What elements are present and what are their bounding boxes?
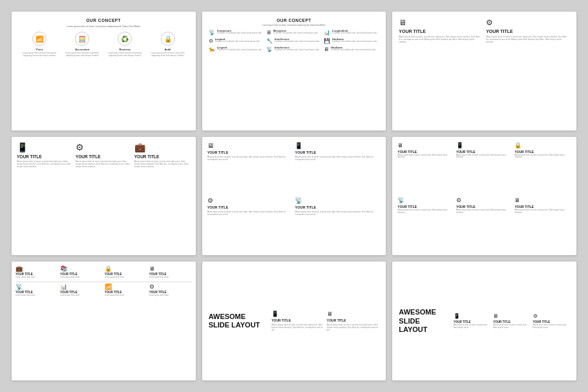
wifi-icon: 📶 bbox=[105, 284, 147, 290]
list-item: 🔒 YOUR TITLE Lorem ipsum dolor amet bbox=[105, 265, 147, 279]
cell-text: Mauris ipsum dolor sit amet, et porta iu… bbox=[207, 156, 293, 161]
cell-3: 🔒 YOUR TITLE Mauris ipsum dolor sit amet… bbox=[514, 142, 571, 195]
monitor-icon: 🖥 bbox=[149, 265, 192, 272]
list-item: 📡 ComposureCondimer vel molestie odio, l… bbox=[209, 29, 264, 36]
block-text: Mauris ipsum dolor sit amet, et porta iu… bbox=[17, 160, 73, 169]
icon-text: Lorem ipsum dolor sit amet consectetur a… bbox=[65, 52, 100, 57]
cell-text: Mauris ipsum dolor sit amet, et porta iu… bbox=[295, 156, 381, 161]
cell-2: 📱 YOUR TITLE Mauris ipsum dolor sit amet… bbox=[456, 142, 513, 195]
monitor-icon: 🖥 bbox=[399, 18, 483, 27]
cell-5: ⚙ YOUR TITLE Mauris ipsum dolor sit amet… bbox=[456, 197, 513, 250]
briefcase-icon: 💼 bbox=[16, 265, 58, 272]
row-1: 💼 YOUR TITLE Lorem ipsum dolor amet 📚 YO… bbox=[16, 265, 192, 279]
cell-text: Mauris ipsum dolor sit amet, et porta iu… bbox=[533, 324, 570, 329]
chart-icon: 📊 bbox=[60, 284, 103, 290]
list-item: ♻️ Business Lorem ipsum dolor sit amet c… bbox=[108, 32, 142, 57]
list-item: ⚙ YOUR TITLE Mauris ipsum dolor sit amet… bbox=[533, 313, 570, 329]
lock-icon: 🔒 bbox=[105, 265, 147, 272]
list-item: 🐆 LeopardCondimer vel molestie odio, lor… bbox=[209, 46, 264, 52]
phone-icon: 📱 bbox=[454, 313, 490, 319]
save-icon: 💾 bbox=[324, 38, 330, 44]
monitor2-icon: 🖥 bbox=[324, 46, 329, 52]
list-item: 🖥 YOUR TITLE Mauris ipsum dolor sit amet… bbox=[327, 311, 380, 332]
icon-label: Business bbox=[108, 48, 142, 51]
slide-1: OUR CONCEPT Lorem ipsum dolor sit amet, … bbox=[12, 12, 196, 130]
list-item: 🖥 HardwareCondimer vel molestie odio, lo… bbox=[324, 46, 379, 52]
cell-text: Mauris ipsum dolor sit amet, et porta iu… bbox=[514, 154, 571, 159]
slide-1-icons: 📶 Point Lorem ipsum dolor sit amet conse… bbox=[18, 32, 189, 57]
list-item: 💾 HardwareCondimer vel molestie odio, lo… bbox=[324, 37, 379, 44]
list-item: ⚙ YOUR TITLE Lorem ipsum dolor amet bbox=[149, 284, 192, 297]
icon-text: Lorem ipsum dolor sit amet consectetur a… bbox=[151, 52, 185, 57]
cell-text: Mauris ipsum dolor sit amet, et porta iu… bbox=[456, 209, 513, 214]
list-item: 📊 YOUR TITLE Lorem ipsum dolor amet bbox=[60, 284, 103, 297]
cell-title: YOUR TITLE bbox=[207, 150, 293, 154]
cell-text: Mauris ipsum dolor sit amet, et porta iu… bbox=[271, 324, 324, 332]
wrench-icon: 🔧 bbox=[266, 38, 273, 44]
block-title: YOUR TITLE bbox=[17, 154, 73, 159]
cell-text: Mauris ipsum dolor sit amet, et porta iu… bbox=[397, 154, 454, 159]
cell-text: Mauris ipsum dolor sit amet, et porta iu… bbox=[397, 209, 454, 214]
gear-icon: ⚙ bbox=[533, 313, 570, 319]
list-item: ⚙ LeopardCondimer vel molestie odio, lor… bbox=[209, 37, 264, 44]
gear-icon: ⚙ bbox=[486, 18, 570, 27]
icon-text: Lorem ipsum dolor sit amet consectetur a… bbox=[23, 52, 57, 57]
divider bbox=[16, 282, 192, 282]
title-block-2: ⚙ YOUR TITLE Mauris ipsum dolor sit amet… bbox=[486, 18, 570, 124]
chart-icon: 📊 bbox=[324, 30, 330, 36]
cell-text: Mauris ipsum dolor sit amet, et porta iu… bbox=[514, 209, 571, 214]
awesome-title: AWESOME SLIDE LAYOUT bbox=[209, 313, 269, 329]
slide-2: OUR CONCEPT Lorem ipsum dolor sit amet, … bbox=[202, 12, 386, 130]
phone-icon: 📱 bbox=[456, 142, 513, 149]
cell-text: Mauris ipsum dolor sit amet, et porta iu… bbox=[207, 211, 293, 216]
leopard-icon: 🐆 bbox=[209, 46, 215, 52]
gear-icon: ⚙ bbox=[209, 38, 213, 44]
list-item: 🔧 InterferenceCondimer vel molestie odio… bbox=[266, 37, 322, 44]
block-title: YOUR TITLE bbox=[134, 154, 191, 159]
icon-label: Accountant bbox=[65, 48, 100, 51]
slide-2-subtitle: Lorem ipsum dolor sit amet, consectetur … bbox=[209, 24, 380, 26]
satellite-icon: 📡 bbox=[209, 30, 215, 36]
icon-text: Lorem ipsum dolor sit amet consectetur a… bbox=[108, 52, 142, 57]
block-text: Mauris ipsum dolor sit amet, et porta iu… bbox=[134, 160, 191, 169]
list-item: 🧮 Accountant Lorem ipsum dolor sit amet … bbox=[65, 32, 100, 57]
cell-text: Mauris ipsum dolor sit amet, et porta iu… bbox=[327, 324, 380, 332]
list-item: 📡 InterferenceCondimer vel molestie odio… bbox=[266, 46, 322, 52]
col-block-2: ⚙ YOUR TITLE Mauris ipsum dolor sit amet… bbox=[76, 142, 132, 251]
cell-1: 🖥 YOUR TITLE Mauris ipsum dolor sit amet… bbox=[397, 142, 454, 195]
block-title: YOUR TITLE bbox=[486, 29, 570, 34]
lock-icon: 🔒 bbox=[514, 142, 571, 149]
list-item: 🖥 MenupriseCondimer vel molestie odio, l… bbox=[266, 29, 322, 36]
block-text: Mauris ipsum dolor sit amet, et porta iu… bbox=[399, 36, 483, 44]
cell-title: YOUR TITLE bbox=[397, 150, 454, 154]
icon-label: Point bbox=[23, 48, 57, 51]
list-item: 🖥 YOUR TITLE Mauris ipsum dolor sit amet… bbox=[493, 313, 530, 329]
cell-3: ⚙ YOUR TITLE Mauris ipsum dolor sit amet… bbox=[207, 197, 293, 250]
monitor-icon: 🖥 bbox=[397, 142, 454, 149]
icon-label: Audit bbox=[151, 48, 185, 51]
cell-text: Mauris ipsum dolor sit amet, et porta iu… bbox=[295, 211, 381, 216]
block-text: Mauris ipsum dolor sit amet, et porta iu… bbox=[486, 36, 570, 44]
cell-title: YOUR TITLE bbox=[514, 150, 571, 154]
slide-9: AWESOME SLIDE LAYOUT 📱 YOUR TITLE Mauris… bbox=[392, 262, 576, 380]
list-item: 💼 YOUR TITLE Lorem ipsum dolor amet bbox=[16, 265, 58, 279]
block-text: Mauris ipsum dolor sit amet, et porta iu… bbox=[76, 160, 132, 169]
cell-2: 📱 YOUR TITLE Mauris ipsum dolor sit amet… bbox=[295, 142, 381, 195]
cell-text: Mauris ipsum dolor sit amet, et porta iu… bbox=[454, 324, 490, 329]
phone-icon: 📱 bbox=[271, 311, 324, 317]
list-item: 📊 LongitudinalCondimer vel molestie odio… bbox=[324, 29, 379, 36]
right-content: 📱 YOUR TITLE Mauris ipsum dolor sit amet… bbox=[454, 313, 570, 329]
monitor-icon: 🖥 bbox=[266, 30, 271, 36]
lock-icon: 🔒 bbox=[161, 32, 175, 46]
block-title: YOUR TITLE bbox=[76, 154, 132, 159]
monitor2-icon: 🖥 bbox=[514, 197, 571, 203]
slide-5: 🖥 YOUR TITLE Mauris ipsum dolor sit amet… bbox=[202, 137, 386, 256]
cell-6: 🖥 YOUR TITLE Mauris ipsum dolor sit amet… bbox=[514, 197, 571, 250]
phone-icon: 📱 bbox=[295, 142, 381, 149]
slides-grid: OUR CONCEPT Lorem ipsum dolor sit amet, … bbox=[12, 12, 576, 380]
slide-1-subtitle: Lorem ipsum dolor sit amet, consectetur … bbox=[18, 25, 189, 28]
list-item: 🖥 YOUR TITLE Lorem ipsum dolor amet bbox=[149, 265, 192, 279]
list-item: 📚 YOUR TITLE Lorem ipsum dolor amet bbox=[60, 265, 103, 279]
list-item: 📶 Point Lorem ipsum dolor sit amet conse… bbox=[23, 32, 57, 57]
monitor-icon: 🖥 bbox=[207, 142, 293, 149]
